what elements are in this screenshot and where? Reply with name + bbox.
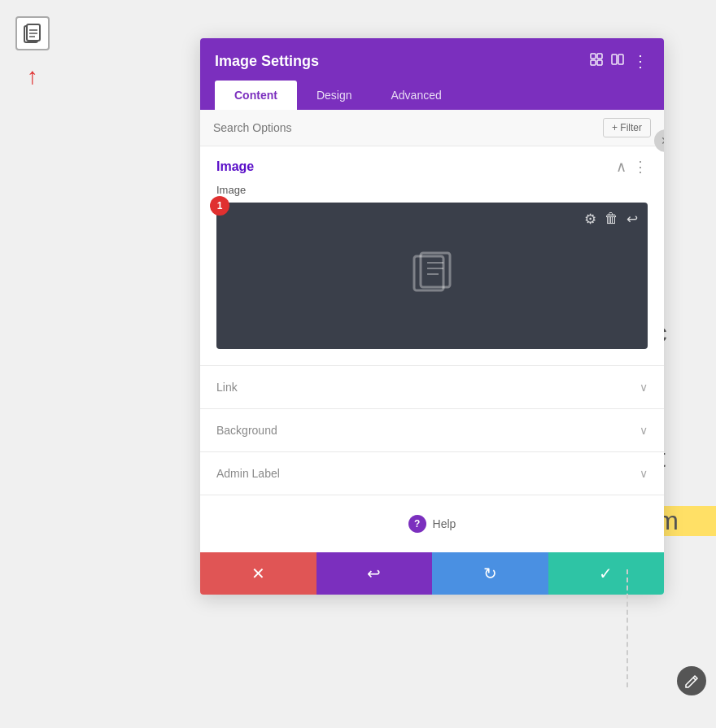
tab-advanced[interactable]: Advanced — [371, 81, 461, 110]
doc-icon[interactable] — [15, 16, 50, 50]
image-upload-area[interactable]: 1 ⚙ 🗑 ↩ — [216, 203, 648, 349]
svg-rect-12 — [421, 253, 450, 287]
tabs: Content Design Advanced — [215, 81, 649, 110]
image-badge: 1 — [210, 196, 229, 216]
redo-button[interactable]: ↻ — [432, 552, 548, 595]
admin-label-chevron-icon: ∨ — [640, 467, 648, 480]
panel-header: Image Settings ⋮ — [200, 38, 664, 110]
image-placeholder-icon — [411, 250, 453, 303]
background-section-title: Background — [216, 424, 277, 437]
admin-label-section: Admin Label ∨ — [200, 452, 664, 495]
edit-circle[interactable] — [677, 666, 706, 695]
search-bar: + Filter — [200, 110, 664, 146]
svg-rect-9 — [612, 54, 617, 64]
svg-rect-1 — [27, 24, 40, 41]
collapse-icon[interactable]: ∧ — [616, 158, 626, 176]
svg-line-16 — [693, 678, 696, 680]
panel-header-icons: ⋮ — [590, 51, 649, 71]
image-field-label: Image — [200, 184, 664, 203]
cancel-button[interactable]: ✕ — [200, 552, 317, 595]
tab-content[interactable]: Content — [215, 81, 297, 110]
svg-rect-10 — [618, 54, 623, 64]
columns-icon[interactable] — [611, 53, 624, 69]
panel-body: Image ∧ ⋮ Image 1 ⚙ 🗑 ↩ — [200, 146, 664, 552]
tab-design[interactable]: Design — [297, 81, 372, 110]
admin-label-section-title: Admin Label — [216, 467, 280, 480]
link-section: Link ∨ — [200, 366, 664, 409]
search-input[interactable] — [213, 121, 603, 134]
panel-title: Image Settings — [215, 53, 319, 70]
help-icon[interactable]: ? — [408, 515, 426, 533]
background-section: Background ∨ — [200, 409, 664, 452]
svg-rect-6 — [597, 54, 602, 59]
image-section: Image ∧ ⋮ Image 1 ⚙ 🗑 ↩ — [200, 146, 664, 366]
more-icon[interactable]: ⋮ — [632, 51, 649, 71]
image-section-title: Image — [216, 159, 254, 174]
delete-icon[interactable]: 🗑 — [605, 211, 618, 228]
link-chevron-icon: ∨ — [640, 381, 648, 394]
admin-label-section-header[interactable]: Admin Label ∨ — [200, 452, 664, 495]
save-button[interactable]: ✓ — [548, 552, 665, 595]
image-section-header: Image ∧ ⋮ — [200, 146, 664, 184]
link-section-header[interactable]: Link ∨ — [200, 366, 664, 408]
help-label[interactable]: Help — [433, 517, 456, 530]
fullscreen-icon[interactable] — [590, 53, 603, 69]
image-settings-panel: Image Settings ⋮ — [200, 38, 664, 595]
undo-button[interactable]: ↩ — [317, 552, 433, 595]
settings-icon[interactable]: ⚙ — [584, 211, 596, 228]
filter-button[interactable]: + Filter — [603, 118, 651, 137]
up-arrow-icon: ↑ — [27, 63, 38, 89]
link-section-title: Link — [216, 381, 238, 394]
image-action-icons: ⚙ 🗑 ↩ — [584, 211, 638, 228]
section-controls: ∧ ⋮ — [616, 158, 648, 176]
svg-rect-5 — [591, 54, 596, 59]
section-more-icon[interactable]: ⋮ — [633, 158, 648, 176]
left-sidebar: ↑ — [0, 0, 65, 728]
svg-rect-7 — [591, 60, 596, 65]
separator-line — [626, 569, 628, 687]
background-section-header[interactable]: Background ∨ — [200, 409, 664, 451]
bottom-buttons: ✕ ↩ ↻ ✓ — [200, 552, 664, 595]
background-chevron-icon: ∨ — [640, 424, 648, 437]
reset-icon[interactable]: ↩ — [626, 211, 638, 228]
help-area: ? Help — [200, 495, 664, 552]
svg-rect-8 — [597, 60, 602, 65]
